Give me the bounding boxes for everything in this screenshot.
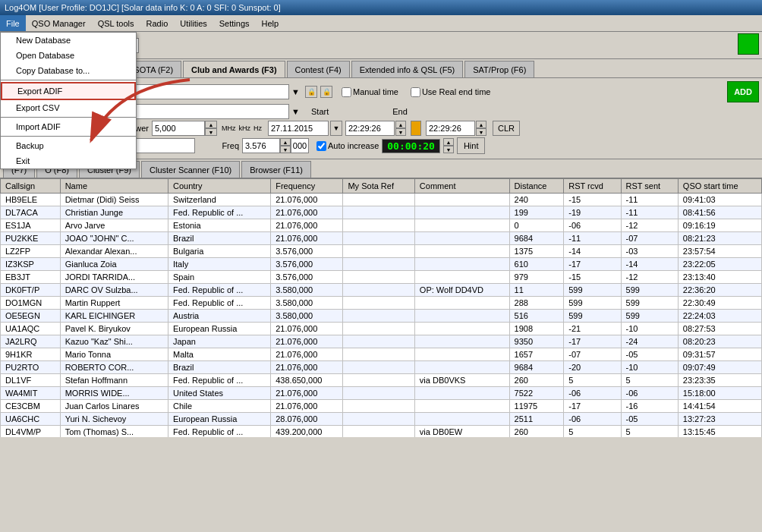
col-rst-rcvd[interactable]: RST rcvd <box>564 179 621 194</box>
table-row[interactable]: 9H1KRMario TonnaMalta21.076,0001657-07-0… <box>1 348 762 361</box>
lock-icon-2[interactable]: 🔒 <box>320 86 332 98</box>
start-time-up[interactable]: ▲ <box>395 121 406 128</box>
tab-club-awards[interactable]: Club and Awards (F3) <box>183 61 285 77</box>
end-time-down[interactable]: ▼ <box>476 128 486 136</box>
table-row[interactable]: LZ2FPAlexandar Alexan...Bulgaria3.576,00… <box>1 245 762 258</box>
end-time-spinner[interactable]: ▲ ▼ <box>476 121 486 136</box>
tx-power-input[interactable] <box>152 121 205 136</box>
auto-increase-label[interactable]: Auto increase <box>316 141 379 151</box>
menu-backup[interactable]: Backup <box>1 138 136 153</box>
table-row[interactable]: DO1MGNMartin RuppertFed. Republic of ...… <box>1 297 762 310</box>
table-row[interactable]: IZ3KSPGianluca ZoiaItaly3.576,000610-17-… <box>1 258 762 271</box>
table-cell: Juan Carlos Linares <box>60 400 168 413</box>
comment-dropdown-btn[interactable]: ▼ <box>288 84 302 99</box>
menu-new-database[interactable]: New Database <box>1 33 136 48</box>
table-row[interactable]: OE5EGNKARL EICHINGERAustria3.580,0005165… <box>1 310 762 323</box>
note-dropdown-btn[interactable]: ▼ <box>288 104 302 119</box>
tab-contest[interactable]: Contest (F4) <box>287 61 350 77</box>
table-row[interactable]: DL4VM/PTom (Thomas) S...Fed. Republic of… <box>1 426 762 438</box>
table-cell: OE5EGN <box>1 310 61 323</box>
table-row[interactable]: HB9ELEDietmar (Didi) SeissSwitzerland21.… <box>1 194 762 206</box>
manual-time-checkbox-label[interactable]: Manual time <box>342 87 398 97</box>
auto-increase-checkbox[interactable] <box>316 141 326 151</box>
freq-spinner[interactable]: ▲ ▼ <box>280 138 291 153</box>
tx-power-spinner[interactable]: ▲ ▼ <box>205 121 217 136</box>
menu-export-adif[interactable]: Export ADIF <box>1 82 136 100</box>
menu-settings[interactable]: Settings <box>213 15 256 31</box>
menu-utilities[interactable]: Utilities <box>174 15 213 31</box>
col-frequency[interactable]: Frequency <box>271 179 343 194</box>
timer-display: 00:00:20 <box>382 139 440 153</box>
tx-power-down[interactable]: ▼ <box>205 128 217 136</box>
menu-radio[interactable]: Radio <box>140 15 175 31</box>
qso-table-container[interactable]: Callsign Name Country Frequency My Sota … <box>0 178 762 437</box>
table-cell: 21.076,000 <box>271 400 343 413</box>
table-cell <box>343 284 414 297</box>
menu-qsl-tools[interactable]: QSL tools <box>92 15 140 31</box>
tab-sat-prop[interactable]: SAT/Prop (F6) <box>464 61 534 77</box>
table-row[interactable]: WA4MITMORRIS WIDE...United States21.076,… <box>1 387 762 400</box>
manual-time-checkbox[interactable] <box>342 87 351 97</box>
table-row[interactable]: UA1AQCPavel K. BiryukovEuropean Russia21… <box>1 323 762 335</box>
table-row[interactable]: PU2KKEJOAO "JOHN" C...Brazil21.076,00096… <box>1 232 762 245</box>
table-cell: -11 <box>621 194 678 206</box>
col-rst-sent[interactable]: RST sent <box>621 179 678 194</box>
table-cell: Arvo Jarve <box>60 219 168 232</box>
table-cell: 21.076,000 <box>271 335 343 348</box>
tab-extended-info[interactable]: Extended info & QSL (F5) <box>351 61 464 77</box>
table-cell: 1657 <box>509 348 564 361</box>
menu-help[interactable]: Help <box>256 15 285 31</box>
col-distance[interactable]: Distance <box>509 179 564 194</box>
freq-down[interactable]: ▼ <box>280 146 291 153</box>
col-comment[interactable]: Comment <box>414 179 509 194</box>
hint-button[interactable]: Hint <box>457 137 486 154</box>
add-button[interactable]: ADD <box>727 81 759 102</box>
tab-browser[interactable]: Browser (F11) <box>241 161 311 178</box>
table-cell: DL1VF <box>1 374 61 387</box>
start-time-input[interactable] <box>345 121 395 136</box>
table-row[interactable]: JA2LRQKazuo "Kaz" Shi...Japan21.076,0009… <box>1 335 762 348</box>
date-picker-btn[interactable]: ▼ <box>330 121 342 136</box>
table-cell: 1375 <box>509 245 564 258</box>
table-row[interactable]: CE3CBMJuan Carlos LinaresChile21.076,000… <box>1 400 762 413</box>
tab-cluster-scanner[interactable]: Cluster Scanner (F10) <box>141 161 240 178</box>
table-row[interactable]: EB3JTJORDI TARRIDA...Spain3.576,000979-1… <box>1 271 762 284</box>
menu-copy-database[interactable]: Copy Database to... <box>1 63 136 78</box>
table-cell: 21.076,000 <box>271 206 343 219</box>
table-row[interactable]: DK0FT/PDARC OV Sulzba...Fed. Republic of… <box>1 284 762 297</box>
table-row[interactable]: DL7ACAChristian JungeFed. Republic of ..… <box>1 206 762 219</box>
col-country[interactable]: Country <box>168 179 270 194</box>
locator-input[interactable] <box>134 138 195 153</box>
menu-file[interactable]: File <box>0 15 26 31</box>
table-cell: HB9ELE <box>1 194 61 206</box>
col-my-sota-ref[interactable]: My Sota Ref <box>343 179 414 194</box>
col-qso-start[interactable]: QSO start time <box>678 179 761 194</box>
clr-button[interactable]: CLR <box>493 121 520 136</box>
timer-spinner[interactable]: ▲ ▼ <box>443 138 454 153</box>
table-cell <box>414 232 509 245</box>
table-row[interactable]: UA6CHCYuri N. SichevoyEuropean Russia28.… <box>1 413 762 426</box>
col-name[interactable]: Name <box>60 179 168 194</box>
end-time-input[interactable] <box>426 121 475 136</box>
start-time-spinner[interactable]: ▲ ▼ <box>395 121 406 136</box>
freq-up[interactable]: ▲ <box>280 138 291 146</box>
end-time-up[interactable]: ▲ <box>476 121 486 128</box>
use-realtime-checkbox[interactable] <box>411 87 420 97</box>
col-callsign[interactable]: Callsign <box>1 179 61 194</box>
menu-export-csv[interactable]: Export CSV <box>1 100 136 115</box>
table-row[interactable]: DL1VFStefan HoffmannFed. Republic of ...… <box>1 374 762 387</box>
freq-input[interactable] <box>242 138 280 153</box>
use-realtime-checkbox-label[interactable]: Use Real end time <box>411 87 491 97</box>
menu-import-adif[interactable]: Import ADIF <box>1 119 136 134</box>
menu-exit[interactable]: Exit <box>1 153 136 168</box>
table-row[interactable]: ES1JAArvo JarveEstonia21.076,0000-06-120… <box>1 219 762 232</box>
date-input[interactable] <box>268 121 329 136</box>
menu-qso-manager[interactable]: QSO Manager <box>26 15 92 31</box>
tx-power-up[interactable]: ▲ <box>205 121 217 128</box>
table-row[interactable]: PU2RTOROBERTO COR...Brazil21.076,0009684… <box>1 361 762 374</box>
start-time-down[interactable]: ▼ <box>395 128 406 136</box>
lock-icon-1[interactable]: 🔒 <box>305 86 317 98</box>
menu-open-database[interactable]: Open Database <box>1 48 136 63</box>
timer-down[interactable]: ▼ <box>443 146 454 153</box>
timer-up[interactable]: ▲ <box>443 138 454 146</box>
